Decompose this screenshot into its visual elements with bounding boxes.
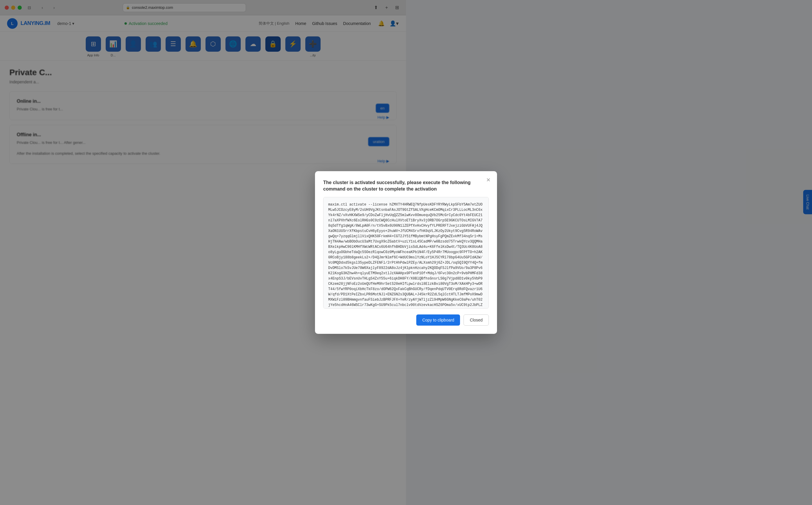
modal-overlay[interactable]: ✕ The cluster is activated successfully,… xyxy=(0,0,406,505)
modal-command-text: maxim.ctl activate --license hZMXTY4HRWE… xyxy=(323,197,406,309)
modal-footer: Copy to clipboard Closed xyxy=(323,314,406,326)
modal-dialog: ✕ The cluster is activated successfully,… xyxy=(315,171,406,334)
modal-title: The cluster is activated successfully, p… xyxy=(323,179,406,193)
app-container: L LANYING.IM demo-1 ▾ Activation succeed… xyxy=(0,15,406,505)
